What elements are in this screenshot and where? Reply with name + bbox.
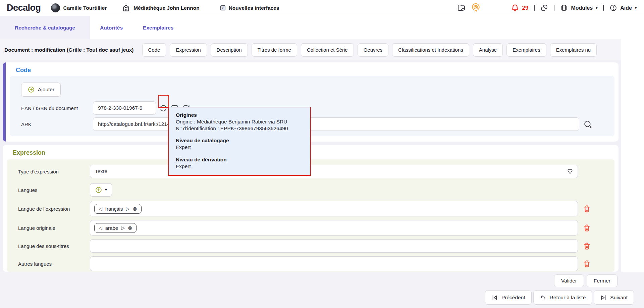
trash-icon [583,260,591,268]
record-info-tooltip: Origines Origine : Médiathèque Benjamin … [168,107,311,176]
help-exclamation-icon [609,4,617,12]
trash-icon [583,224,591,232]
previous-label: Précédent [501,295,525,301]
langue-sous-titres-label: Langue des sous-titres [18,243,90,249]
chip-prev-icon[interactable]: ◁ [99,206,102,211]
header-separator [603,5,604,11]
tab-autorites[interactable]: Autorités [90,16,133,39]
code-section-body: Ajouter EAN / ISBN du document [10,76,614,136]
footer-navigation-row: Précédent Retour à la liste Suivant [485,290,634,305]
autres-langues-label: Autres langues [18,261,90,267]
langue-originale-row: Langue originale ◁ arabe ▷ ⊗ [18,220,609,236]
back-to-list-button[interactable]: Retour à la liste [533,290,592,305]
chevron-down-icon: ▾ [635,6,637,10]
header-actions: 29 Modules ▾ Aide ▾ [457,3,637,12]
assistance-broadcast-button[interactable] [471,3,480,12]
search-icon [583,120,592,129]
chip-next-icon[interactable]: ▷ [126,206,129,211]
tab-recherche-catalogage[interactable]: Recherche & catalogage [0,16,90,39]
type-expression-input[interactable] [90,165,578,178]
link-button[interactable] [540,4,548,12]
ean-label: EAN / ISBN du document [21,105,93,111]
back-to-list-label: Retour à la liste [550,295,586,301]
section-button-titres-de-forme[interactable]: Titres de forme [252,43,297,57]
next-button[interactable]: Suivant [594,290,634,305]
user-menu[interactable]: Camille Tourtillier [51,3,107,12]
folder-cloud-icon [457,4,466,12]
langue-originale-field[interactable]: ◁ arabe ▷ ⊗ [90,220,578,236]
footer-bar: Valider Fermer Précédent Retour à la lis… [0,272,644,308]
ark-input[interactable] [93,117,579,131]
type-expression-row: Type d’expression [18,165,609,178]
language-chip[interactable]: ◁ arabe ▷ ⊗ [94,223,137,233]
app-logo[interactable]: Decalog [7,3,41,13]
new-interfaces-checkbox[interactable]: ✓ [220,5,225,10]
type-expression-field [90,165,578,178]
notifications[interactable]: 29 [511,4,528,12]
delete-row-button[interactable] [583,205,591,213]
trash-icon [583,242,591,250]
autres-langues-row: Autres langues [18,256,609,271]
language-chip[interactable]: ◁ français ▷ ⊗ [94,204,142,214]
folder-cloud-button[interactable] [457,4,466,12]
chip-prev-icon[interactable]: ◁ [99,225,102,230]
ark-search-button[interactable] [583,119,593,130]
chevron-down-icon: ▾ [596,6,597,10]
undo-button[interactable] [158,103,168,113]
delete-row-button[interactable] [583,224,591,232]
help-label: Aide [620,5,632,11]
section-button-exemplaires-numeriques[interactable]: Exemplaires nu [550,43,597,57]
tab-exemplaires[interactable]: Exemplaires [133,16,183,39]
previous-button[interactable]: Précédent [485,290,532,305]
rotate-ccw-icon [159,104,167,112]
document-section-buttons: Code Expression Description Titres de fo… [142,43,621,57]
langue-expression-label: Langue de l’expression [18,206,90,212]
code-section-title: Code [6,62,619,74]
tooltip-identification-line: N° d’identification : EPPK-7398667935636… [176,125,303,132]
section-button-oeuvres[interactable]: Oeuvres [358,43,389,57]
section-button-collection-serie[interactable]: Collection et Série [301,43,354,57]
footer-action-row: Valider Fermer [554,274,618,287]
new-interfaces-label: Nouvelles interfaces [229,5,279,11]
pick-dropdown-icon[interactable] [567,168,574,175]
library-menu[interactable]: Médiathèque John Lennon [122,4,199,12]
section-button-exemplaires[interactable]: Exemplaires [506,43,546,57]
library-building-icon [122,4,130,12]
add-code-button[interactable]: Ajouter [21,83,61,97]
user-avatar[interactable] [51,3,60,12]
delete-row-button[interactable] [583,260,591,268]
broadcast-person-icon [471,3,480,12]
ean-input[interactable] [93,101,156,115]
chip-next-icon[interactable]: ▷ [121,225,125,230]
section-button-description[interactable]: Description [211,43,248,57]
link-copy-icon [540,4,548,12]
section-button-classifications[interactable]: Classifications et Indexations [392,43,469,57]
ark-row: ARK [21,117,609,131]
section-button-code[interactable]: Code [142,43,166,57]
tooltip-origins-title: Origines [176,112,303,118]
next-label: Suivant [610,295,628,301]
ark-label: ARK [21,121,93,127]
chip-remove-icon[interactable]: ⊗ [132,206,137,212]
expression-section-body: Type d’expression Langues ▾ [7,159,614,272]
langue-expression-row: Langue de l’expression ◁ français ▷ ⊗ [18,201,609,216]
delete-row-button[interactable] [583,242,591,250]
langue-expression-field[interactable]: ◁ français ▷ ⊗ [90,201,578,216]
chip-remove-icon[interactable]: ⊗ [128,225,132,231]
document-title: Document : modification (Grille : Tout d… [4,47,134,53]
help-menu[interactable]: Aide ▾ [609,4,637,12]
modules-menu[interactable]: Modules ▾ [560,4,597,12]
type-expression-label: Type d’expression [18,169,90,174]
return-arrow-icon [540,294,546,301]
autres-langues-field[interactable] [90,256,578,271]
new-interfaces-toggle[interactable]: ✓ Nouvelles interfaces [220,5,279,11]
section-button-analyse[interactable]: Analyse [473,43,503,57]
plus-circle-icon [95,186,102,194]
section-button-expression[interactable]: Expression [170,43,207,57]
validate-button[interactable]: Valider [554,274,584,287]
close-button[interactable]: Fermer [587,274,618,287]
add-language-button[interactable]: ▾ [90,183,112,197]
langue-sous-titres-field[interactable] [90,239,578,253]
tooltip-cataloging-level-title: Niveau de catalogage [176,137,303,144]
skip-back-icon [491,294,498,301]
